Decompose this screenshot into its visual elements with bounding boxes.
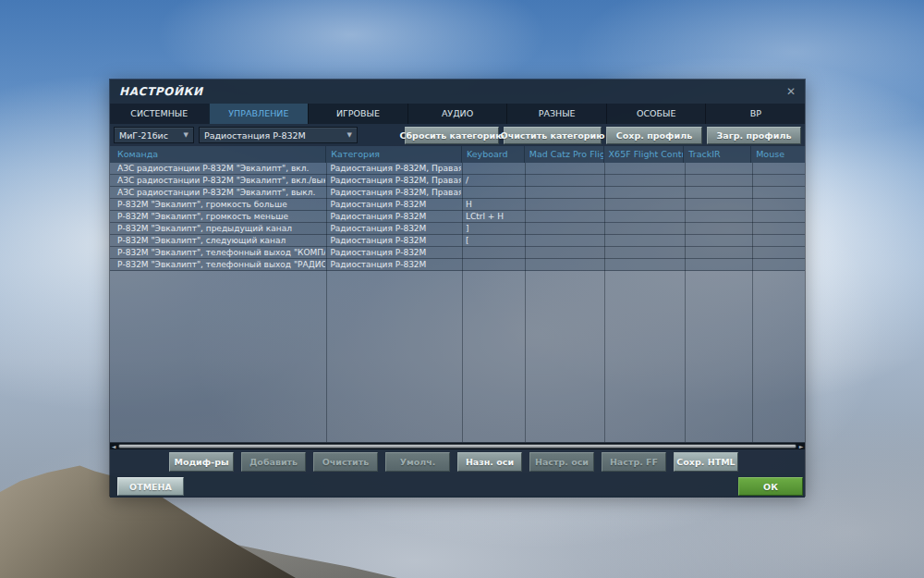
- cell-trackir[interactable]: [683, 211, 750, 222]
- scrollbar-thumb[interactable]: [118, 444, 796, 449]
- cell-x65f[interactable]: [603, 211, 684, 222]
- cell-trackir[interactable]: [683, 259, 750, 270]
- table-row[interactable]: Р-832М "Эвкалипт", громкость меньше Ради…: [110, 211, 805, 223]
- cell-category[interactable]: Радиостанция Р-832М, Правая панель: [325, 163, 461, 174]
- clear-category-button[interactable]: Очистить категорию: [504, 127, 602, 144]
- column-header-x65f[interactable]: X65F Flight Controll...: [603, 146, 684, 163]
- table-row[interactable]: Р-832М "Эвкалипт", следующий канал Радио…: [110, 235, 805, 247]
- cell-command[interactable]: АЗС радиостанции Р-832М "Эвкалипт", вкл.…: [110, 175, 325, 186]
- tab-audio[interactable]: АУДИО: [407, 104, 507, 124]
- cell-x65f[interactable]: [603, 175, 684, 186]
- cell-keyboard[interactable]: /: [461, 175, 524, 186]
- close-icon[interactable]: ✕: [786, 86, 796, 97]
- cell-command[interactable]: Р-832М "Эвкалипт", предыдущий канал: [110, 223, 325, 234]
- cell-category[interactable]: Радиостанция Р-832М: [325, 211, 461, 222]
- cell-trackir[interactable]: [683, 163, 750, 174]
- cell-command[interactable]: Р-832М "Эвкалипт", телефонный выход "КОМ…: [110, 247, 325, 258]
- save-profile-button[interactable]: Сохр. профиль: [606, 127, 702, 144]
- cell-category[interactable]: Радиостанция Р-832М: [325, 199, 461, 210]
- cell-keyboard[interactable]: [461, 259, 524, 270]
- tab-vr[interactable]: ВР: [705, 104, 805, 124]
- cell-keyboard[interactable]: ]: [461, 223, 524, 234]
- cell-command[interactable]: Р-832М "Эвкалипт", громкость меньше: [110, 211, 325, 222]
- column-header-command[interactable]: Команда: [110, 146, 325, 163]
- cell-x65f[interactable]: [603, 199, 684, 210]
- table-row[interactable]: АЗС радиостанции Р-832М "Эвкалипт", вкл.…: [110, 175, 805, 187]
- table-row[interactable]: Р-832М "Эвкалипт", громкость больше Ради…: [110, 199, 805, 211]
- cell-command[interactable]: Р-832М "Эвкалипт", следующий канал: [110, 235, 325, 246]
- cell-trackir[interactable]: [683, 199, 750, 210]
- cell-madcatz[interactable]: [524, 163, 603, 174]
- cell-keyboard[interactable]: H: [461, 199, 524, 210]
- cell-mouse[interactable]: [750, 187, 805, 198]
- cell-mouse[interactable]: [750, 223, 805, 234]
- cell-mouse[interactable]: [750, 211, 805, 222]
- cell-madcatz[interactable]: [524, 223, 603, 234]
- cell-madcatz[interactable]: [524, 199, 603, 210]
- cell-category[interactable]: Радиостанция Р-832М: [325, 223, 461, 234]
- cell-mouse[interactable]: [750, 235, 805, 246]
- column-header-mouse[interactable]: Mouse: [750, 146, 805, 163]
- cell-trackir[interactable]: [683, 223, 750, 234]
- cell-madcatz[interactable]: [524, 259, 603, 270]
- scroll-right-icon[interactable]: ►: [797, 443, 805, 450]
- table-row[interactable]: Р-832М "Эвкалипт", предыдущий канал Ради…: [110, 223, 805, 235]
- tab-special[interactable]: ОСОБЫЕ: [606, 104, 706, 124]
- horizontal-scrollbar[interactable]: ◄ ►: [110, 442, 805, 449]
- cell-x65f[interactable]: [603, 187, 684, 198]
- save-html-button[interactable]: Сохр. HTML: [674, 452, 738, 472]
- cell-trackir[interactable]: [683, 175, 750, 186]
- cell-x65f[interactable]: [603, 163, 684, 174]
- cell-madcatz[interactable]: [524, 187, 603, 198]
- cell-madcatz[interactable]: [524, 211, 603, 222]
- cell-mouse[interactable]: [750, 175, 805, 186]
- column-header-keyboard[interactable]: Keyboard: [461, 146, 524, 163]
- cell-x65f[interactable]: [603, 247, 684, 258]
- tab-controls[interactable]: УПРАВЛЕНИЕ: [209, 104, 309, 124]
- cancel-button[interactable]: ОТМЕНА: [117, 477, 184, 496]
- cell-madcatz[interactable]: [524, 235, 603, 246]
- cell-trackir[interactable]: [683, 235, 750, 246]
- cell-mouse[interactable]: [750, 199, 805, 210]
- column-header-category[interactable]: Категория: [325, 146, 461, 163]
- cell-category[interactable]: Радиостанция Р-832М: [325, 235, 461, 246]
- cell-command[interactable]: Р-832М "Эвкалипт", телефонный выход "РАД…: [110, 259, 325, 270]
- column-header-trackir[interactable]: TrackIR: [683, 146, 750, 163]
- column-header-madcatz[interactable]: Mad Catz Pro Flight ...: [524, 146, 603, 163]
- cell-category[interactable]: Радиостанция Р-832М: [325, 259, 461, 270]
- table-row[interactable]: АЗС радиостанции Р-832М "Эвкалипт", выкл…: [110, 187, 805, 199]
- cell-category[interactable]: Радиостанция Р-832М, Правая панель: [325, 187, 461, 198]
- cell-command[interactable]: АЗС радиостанции Р-832М "Эвкалипт", выкл…: [110, 187, 325, 198]
- cell-keyboard[interactable]: [461, 163, 524, 174]
- cell-x65f[interactable]: [603, 223, 684, 234]
- cell-madcatz[interactable]: [524, 175, 603, 186]
- load-profile-button[interactable]: Загр. профиль: [707, 127, 801, 144]
- table-row[interactable]: Р-832М "Эвкалипт", телефонный выход "РАД…: [110, 259, 805, 271]
- table-row[interactable]: АЗС радиостанции Р-832М "Эвкалипт", вкл.…: [110, 163, 805, 175]
- cell-x65f[interactable]: [603, 235, 684, 246]
- tab-gameplay[interactable]: ИГРОВЫЕ: [308, 104, 407, 124]
- cell-keyboard[interactable]: [: [461, 235, 524, 246]
- cell-keyboard[interactable]: [461, 247, 524, 258]
- cell-trackir[interactable]: [683, 247, 750, 258]
- tab-systems[interactable]: СИСТЕМНЫЕ: [110, 104, 209, 124]
- cell-mouse[interactable]: [750, 259, 805, 270]
- reset-category-button[interactable]: Сбросить категорию: [405, 127, 499, 144]
- cell-x65f[interactable]: [603, 259, 684, 270]
- cell-mouse[interactable]: [750, 163, 805, 174]
- tab-misc[interactable]: РАЗНЫЕ: [506, 104, 606, 124]
- cell-madcatz[interactable]: [524, 247, 603, 258]
- cell-keyboard[interactable]: LCtrl + H: [461, 211, 524, 222]
- assign-axis-button[interactable]: Назн. оси: [457, 452, 522, 472]
- cell-trackir[interactable]: [683, 187, 750, 198]
- aircraft-dropdown[interactable]: МиГ-21бис ▼: [114, 127, 194, 143]
- cell-command[interactable]: АЗС радиостанции Р-832М "Эвкалипт", вкл.: [110, 163, 325, 174]
- scroll-left-icon[interactable]: ◄: [110, 443, 117, 450]
- table-row[interactable]: Р-832М "Эвкалипт", телефонный выход "КОМ…: [110, 247, 805, 259]
- cell-category[interactable]: Радиостанция Р-832М: [325, 247, 461, 258]
- cell-command[interactable]: Р-832М "Эвкалипт", громкость больше: [110, 199, 325, 210]
- modifiers-button[interactable]: Модиф-ры: [169, 452, 234, 472]
- ok-button[interactable]: ОК: [738, 477, 803, 496]
- category-dropdown[interactable]: Радиостанция Р-832М ▼: [199, 127, 358, 143]
- cell-category[interactable]: Радиостанция Р-832М, Правая панель: [325, 175, 461, 186]
